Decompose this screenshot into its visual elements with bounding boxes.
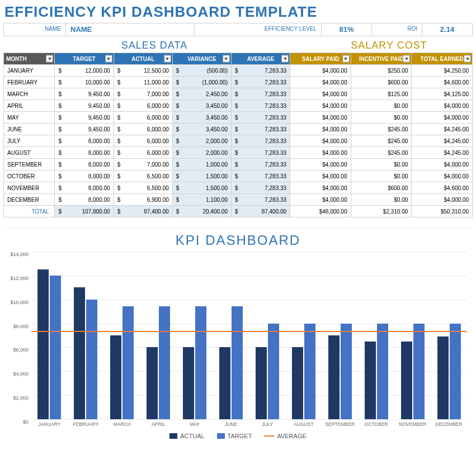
cell-average[interactable]: $7,283.33 — [231, 88, 290, 100]
cell-target[interactable]: $9,450.00 — [55, 112, 114, 124]
cell-actual[interactable]: $7,000.00 — [114, 159, 172, 170]
filter-icon[interactable] — [342, 55, 350, 63]
cell-target[interactable]: $8,000.00 — [55, 159, 114, 170]
cell-total[interactable]: $4,245.00 — [412, 135, 473, 147]
cell-variance[interactable]: $1,000.00 — [172, 159, 231, 170]
cell-incentive[interactable]: $0.00 — [351, 170, 412, 182]
cell-salary[interactable]: $4,000.00 — [290, 112, 351, 124]
cell-actual[interactable]: $6,000.00 — [114, 100, 172, 112]
cell-month[interactable]: MAY — [4, 112, 55, 124]
cell-incentive[interactable]: $0.00 — [351, 112, 412, 124]
th-month[interactable]: MONTH — [4, 53, 55, 65]
cell-actual[interactable]: $6,500.00 — [114, 182, 172, 194]
cell-salary[interactable]: $4,000.00 — [290, 182, 351, 194]
cell-target[interactable]: $8,000.00 — [55, 135, 114, 147]
filter-icon[interactable] — [464, 55, 471, 63]
cell-total[interactable]: $4,250.00 — [412, 65, 473, 77]
cell-salary[interactable]: $4,000.00 — [290, 159, 351, 170]
cell-incentive[interactable]: $600.00 — [351, 182, 412, 194]
cell-incentive[interactable]: $600.00 — [351, 77, 412, 88]
cell-salary[interactable]: $4,000.00 — [290, 170, 351, 182]
cell-average[interactable]: $7,283.33 — [231, 147, 290, 159]
cell-average[interactable]: $7,283.33 — [231, 159, 290, 170]
cell-target[interactable]: $8,000.00 — [55, 194, 114, 206]
cell-average[interactable]: $7,283.33 — [231, 170, 290, 182]
cell-variance[interactable]: $1,100.00 — [172, 194, 231, 206]
cell-month[interactable]: MARCH — [4, 88, 55, 100]
cell-incentive[interactable]: $0.00 — [351, 100, 412, 112]
filter-icon[interactable] — [223, 55, 230, 63]
cell-actual[interactable]: $6,000.00 — [114, 147, 172, 159]
cell-total[interactable]: $4,000.00 — [412, 194, 473, 206]
cell-average[interactable]: $7,283.33 — [231, 182, 290, 194]
name-value[interactable]: NAME — [65, 23, 194, 36]
cell-month[interactable]: FEBRUARY — [4, 77, 55, 88]
cell-month[interactable]: DECEMBER — [4, 194, 55, 206]
cell-average[interactable]: $7,283.33 — [231, 65, 290, 77]
cell-variance[interactable]: $3,450.00 — [172, 112, 231, 124]
cell-salary[interactable]: $4,000.00 — [290, 88, 351, 100]
th-actual[interactable]: ACTUAL — [114, 53, 172, 65]
cell-total[interactable]: $4,600.00 — [412, 182, 473, 194]
cell-total[interactable]: $4,000.00 — [412, 159, 473, 170]
th-incentive[interactable]: INCENTIVE PAID — [351, 53, 412, 65]
cell-salary[interactable]: $4,000.00 — [290, 65, 351, 77]
cell-average[interactable]: $7,283.33 — [231, 77, 290, 88]
cell-incentive[interactable]: $125.00 — [351, 88, 412, 100]
th-salary[interactable]: SALARY PAID — [290, 53, 351, 65]
cell-salary[interactable]: $4,000.00 — [290, 100, 351, 112]
cell-salary[interactable]: $4,000.00 — [290, 77, 351, 88]
cell-variance[interactable]: $3,450.00 — [172, 100, 231, 112]
cell-total[interactable]: $4,245.00 — [412, 147, 473, 159]
cell-target[interactable]: $9,450.00 — [55, 100, 114, 112]
filter-icon[interactable] — [105, 55, 112, 63]
cell-month[interactable]: JULY — [4, 135, 55, 147]
cell-variance[interactable]: $2,000.00 — [172, 147, 231, 159]
cell-average[interactable]: $7,283.33 — [231, 112, 290, 124]
filter-icon[interactable] — [164, 55, 171, 63]
th-average[interactable]: AVERAGE — [231, 53, 290, 65]
cell-actual[interactable]: $6,900.00 — [114, 194, 172, 206]
cell-target[interactable]: $12,000.00 — [55, 65, 114, 77]
cell-salary[interactable]: $4,000.00 — [290, 194, 351, 206]
cell-incentive[interactable]: $0.00 — [351, 194, 412, 206]
cell-total[interactable]: $4,245.00 — [412, 124, 473, 135]
filter-icon[interactable] — [46, 55, 53, 63]
cell-total[interactable]: $4,000.00 — [412, 100, 473, 112]
cell-target[interactable]: $9,450.00 — [55, 124, 114, 135]
th-target[interactable]: TARGET — [55, 53, 114, 65]
cell-variance[interactable]: $2,450.00 — [172, 88, 231, 100]
th-total-earned[interactable]: TOTAL EARNED — [412, 53, 473, 65]
cell-average[interactable]: $7,283.33 — [231, 135, 290, 147]
cell-total[interactable]: $4,000.00 — [412, 170, 473, 182]
cell-average[interactable]: $7,283.33 — [231, 100, 290, 112]
th-variance[interactable]: VARIANCE — [172, 53, 231, 65]
cell-incentive[interactable]: $245.00 — [351, 135, 412, 147]
cell-incentive[interactable]: $250.00 — [351, 65, 412, 77]
cell-month[interactable]: APRIL — [4, 100, 55, 112]
cell-incentive[interactable]: $245.00 — [351, 147, 412, 159]
cell-incentive[interactable]: $0.00 — [351, 159, 412, 170]
cell-target[interactable]: $10,000.00 — [55, 77, 114, 88]
cell-actual[interactable]: $6,000.00 — [114, 124, 172, 135]
cell-salary[interactable]: $4,000.00 — [290, 135, 351, 147]
cell-actual[interactable]: $6,000.00 — [114, 112, 172, 124]
cell-target[interactable]: $9,450.00 — [55, 88, 114, 100]
cell-month[interactable]: AUGUST — [4, 147, 55, 159]
cell-target[interactable]: $8,000.00 — [55, 147, 114, 159]
cell-salary[interactable]: $4,000.00 — [290, 147, 351, 159]
cell-month[interactable]: SEPTEMBER — [4, 159, 55, 170]
cell-actual[interactable]: $12,500.00 — [114, 65, 172, 77]
cell-actual[interactable]: $11,000.00 — [114, 77, 172, 88]
cell-salary[interactable]: $4,000.00 — [290, 124, 351, 135]
filter-icon[interactable] — [403, 55, 410, 63]
cell-variance[interactable]: $1,500.00 — [172, 182, 231, 194]
cell-target[interactable]: $8,000.00 — [55, 182, 114, 194]
cell-actual[interactable]: $6,500.00 — [114, 170, 172, 182]
cell-month[interactable]: JUNE — [4, 124, 55, 135]
cell-month[interactable]: NOVEMBER — [4, 182, 55, 194]
cell-actual[interactable]: $6,000.00 — [114, 135, 172, 147]
cell-total[interactable]: $4,600.00 — [412, 77, 473, 88]
cell-incentive[interactable]: $245.00 — [351, 124, 412, 135]
cell-target[interactable]: $8,000.00 — [55, 170, 114, 182]
